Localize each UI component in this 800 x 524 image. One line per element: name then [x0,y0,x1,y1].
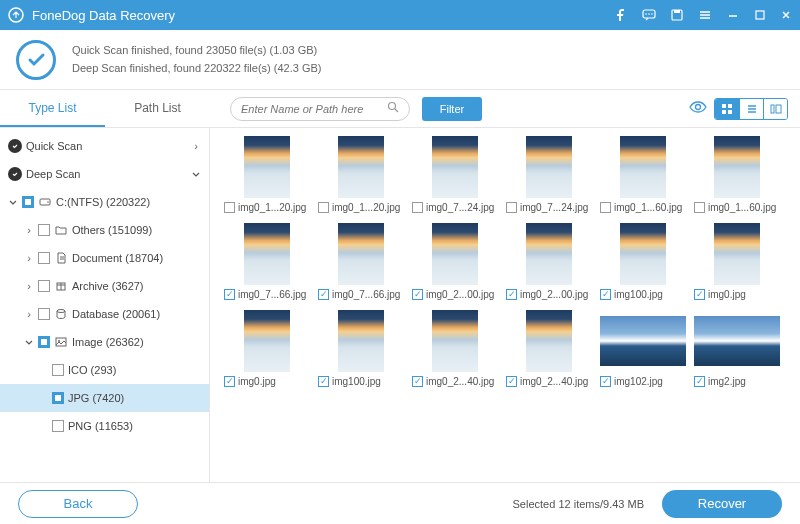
file-thumb[interactable]: img0_7...24.jpg [506,136,592,213]
chevron-down-icon [24,337,34,347]
checkbox[interactable] [52,420,64,432]
svg-rect-14 [771,105,774,113]
checkbox[interactable] [38,308,50,320]
file-checkbox[interactable] [412,289,423,300]
file-name: img0_1...20.jpg [238,202,310,213]
close-icon[interactable] [780,9,792,21]
tree-quick-scan[interactable]: Quick Scan › [0,132,209,160]
thumbnail-image [318,136,404,198]
tree-database[interactable]: › Database (20061) [0,300,209,328]
thumbnail-image [318,310,404,372]
svg-point-19 [57,310,65,313]
file-thumb[interactable]: img100.jpg [318,310,404,387]
file-thumb[interactable]: img0_7...66.jpg [224,223,310,300]
file-name: img0_7...66.jpg [238,289,310,300]
file-thumb[interactable]: img0_1...20.jpg [224,136,310,213]
file-thumb[interactable]: img0.jpg [694,223,780,300]
checkbox[interactable] [52,392,64,404]
file-name: img0_2...00.jpg [426,289,498,300]
file-checkbox[interactable] [318,202,329,213]
file-thumb[interactable]: img0_2...00.jpg [412,223,498,300]
tree-jpg[interactable]: JPG (7420) [0,384,209,412]
chevron-right-icon: › [191,140,201,152]
view-grid-button[interactable] [715,99,739,119]
titlebar: FoneDog Data Recovery [0,0,800,30]
checkbox[interactable] [38,252,50,264]
tree-ico[interactable]: ICO (293) [0,356,209,384]
filter-button[interactable]: Filter [422,97,482,121]
file-thumb[interactable]: img0_1...60.jpg [600,136,686,213]
file-name: img0.jpg [708,289,780,300]
file-thumb[interactable]: img0.jpg [224,310,310,387]
search-box[interactable] [230,97,410,121]
svg-rect-13 [728,110,732,114]
scan-banner: Quick Scan finished, found 23050 file(s)… [0,30,800,90]
checkbox[interactable] [38,224,50,236]
file-checkbox[interactable] [224,376,235,387]
file-thumb[interactable]: img0_2...40.jpg [412,310,498,387]
file-thumb[interactable]: img0_2...00.jpg [506,223,592,300]
file-name: img0_1...20.jpg [332,202,404,213]
search-input[interactable] [241,103,387,115]
file-thumb[interactable]: img0_1...60.jpg [694,136,780,213]
save-icon[interactable] [670,8,684,22]
file-checkbox[interactable] [694,202,705,213]
tree-image[interactable]: Image (26362) [0,328,209,356]
file-checkbox[interactable] [600,202,611,213]
file-thumb[interactable]: img0_7...24.jpg [412,136,498,213]
document-icon [54,251,68,265]
tab-path-list[interactable]: Path List [105,91,210,127]
feedback-icon[interactable] [642,8,656,22]
view-list-button[interactable] [739,99,763,119]
file-checkbox[interactable] [318,376,329,387]
file-thumb[interactable]: img2.jpg [694,310,780,387]
file-checkbox[interactable] [412,202,423,213]
tab-type-list[interactable]: Type List [0,91,105,127]
tree-deep-scan[interactable]: Deep Scan [0,160,209,188]
checkbox[interactable] [38,336,50,348]
tree-archive[interactable]: › Archive (3627) [0,272,209,300]
file-name: img100.jpg [614,289,686,300]
file-thumb[interactable]: img102.jpg [600,310,686,387]
maximize-icon[interactable] [754,9,766,21]
facebook-icon[interactable] [614,8,628,22]
image-icon [54,335,68,349]
view-detail-button[interactable] [763,99,787,119]
file-thumb[interactable]: img0_7...66.jpg [318,223,404,300]
tree-document[interactable]: › Document (18704) [0,244,209,272]
footer: Back Selected 12 items/9.43 MB Recover [0,482,800,524]
recover-button[interactable]: Recover [662,490,782,518]
file-checkbox[interactable] [694,376,705,387]
minimize-icon[interactable] [726,8,740,22]
search-icon[interactable] [387,101,399,116]
system-buttons [614,8,792,22]
thumbnail-image [412,136,498,198]
checkbox[interactable] [38,280,50,292]
file-checkbox[interactable] [318,289,329,300]
file-thumb[interactable]: img100.jpg [600,223,686,300]
tree-others[interactable]: › Others (151099) [0,216,209,244]
file-thumb[interactable]: img0_2...40.jpg [506,310,592,387]
file-checkbox[interactable] [506,376,517,387]
file-name: img0.jpg [238,376,310,387]
file-checkbox[interactable] [224,289,235,300]
file-checkbox[interactable] [224,202,235,213]
tree-png[interactable]: PNG (11653) [0,412,209,440]
preview-icon[interactable] [688,100,708,117]
file-checkbox[interactable] [412,376,423,387]
file-checkbox[interactable] [600,376,611,387]
file-checkbox[interactable] [600,289,611,300]
menu-icon[interactable] [698,8,712,22]
file-checkbox[interactable] [506,202,517,213]
thumbnail-image [506,310,592,372]
checkbox[interactable] [52,364,64,376]
thumbnail-image [412,310,498,372]
thumbnail-image [506,136,592,198]
checkbox[interactable] [22,196,34,208]
back-button[interactable]: Back [18,490,138,518]
file-thumb[interactable]: img0_1...20.jpg [318,136,404,213]
file-checkbox[interactable] [694,289,705,300]
file-checkbox[interactable] [506,289,517,300]
thumbnail-image [506,223,592,285]
tree-drive[interactable]: C:(NTFS) (220322) [0,188,209,216]
